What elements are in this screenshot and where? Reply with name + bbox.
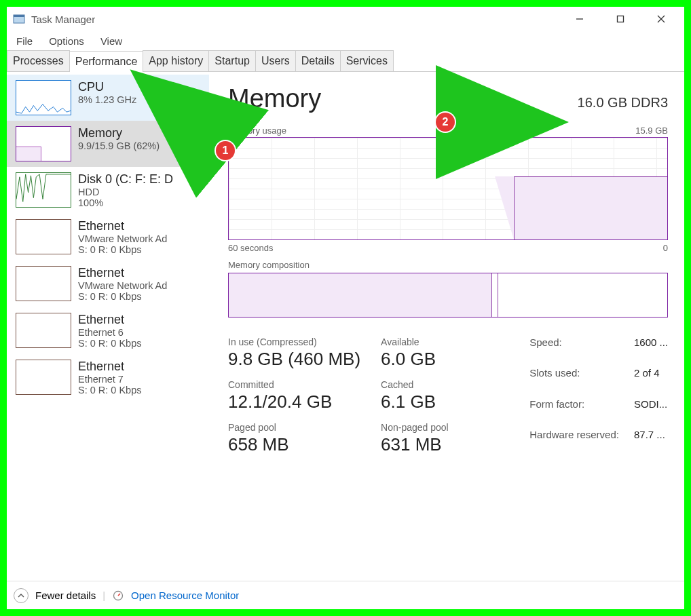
hwres-value: 87.7 ... bbox=[634, 429, 668, 455]
sidebar-item-detail2: S: 0 R: 0 Kbps bbox=[78, 244, 167, 255]
footer: Fewer details | Open Resource Monitor bbox=[7, 581, 684, 609]
sidebar-item-label: CPU bbox=[78, 80, 136, 94]
cached-label: Cached bbox=[381, 379, 449, 390]
svg-line-7 bbox=[118, 594, 120, 596]
cpu-thumbnail bbox=[16, 80, 71, 115]
memory-thumbnail bbox=[16, 126, 71, 161]
nonpaged-label: Non-paged pool bbox=[381, 422, 449, 433]
sidebar-item-label: Ethernet bbox=[78, 219, 167, 233]
composition-in-use bbox=[229, 273, 492, 317]
tab-users[interactable]: Users bbox=[255, 50, 296, 71]
sidebar-item-ethernet-3[interactable]: Ethernet Ethernet 6 S: 0 R: 0 Kbps bbox=[7, 307, 209, 354]
sidebar-item-label: Memory bbox=[78, 126, 160, 140]
in-use-value: 9.8 GB (460 MB) bbox=[228, 349, 360, 370]
tab-startup[interactable]: Startup bbox=[208, 50, 256, 71]
available-value: 6.0 GB bbox=[381, 349, 449, 370]
page-title: Memory bbox=[228, 84, 321, 113]
sidebar-item-disk[interactable]: Disk 0 (C: F: E: D HDD 100% bbox=[7, 167, 209, 214]
sidebar-item-label: Ethernet bbox=[78, 313, 142, 327]
nonpaged-value: 631 MB bbox=[381, 434, 449, 455]
tab-performance[interactable]: Performance bbox=[69, 51, 144, 72]
sidebar-item-cpu[interactable]: CPU 8% 1.23 GHz bbox=[7, 75, 209, 121]
sidebar-item-detail: Ethernet 6 bbox=[78, 327, 142, 338]
menu-options[interactable]: Options bbox=[45, 34, 88, 48]
speed-value: 1600 ... bbox=[634, 336, 668, 363]
app-icon bbox=[12, 12, 26, 26]
titlebar: Task Manager bbox=[7, 7, 684, 31]
svg-rect-3 bbox=[618, 16, 624, 22]
sidebar-item-detail2: S: 0 R: 0 Kbps bbox=[78, 385, 142, 396]
tab-processes[interactable]: Processes bbox=[7, 50, 70, 71]
sidebar-item-ethernet-4[interactable]: Ethernet Ethernet 7 S: 0 R: 0 Kbps bbox=[7, 354, 209, 401]
sidebar-item-detail: 9.9/15.9 GB (62%) bbox=[78, 140, 160, 151]
composition-modified bbox=[492, 273, 499, 317]
committed-label: Committed bbox=[228, 379, 360, 390]
slots-label: Slots used: bbox=[529, 367, 619, 393]
paged-label: Paged pool bbox=[228, 422, 360, 433]
resource-monitor-icon bbox=[112, 590, 124, 602]
usage-graph-max: 15.9 GB bbox=[635, 126, 668, 136]
ethernet-thumbnail bbox=[16, 313, 71, 348]
minimize-button[interactable] bbox=[559, 7, 600, 31]
paged-value: 658 MB bbox=[228, 434, 360, 455]
window-title: Task Manager bbox=[31, 14, 95, 25]
sidebar-item-ethernet-1[interactable]: Ethernet VMware Network Ad S: 0 R: 0 Kbp… bbox=[7, 214, 209, 261]
composition-label: Memory composition bbox=[228, 260, 310, 270]
sidebar-item-memory[interactable]: Memory 9.9/15.9 GB (62%) bbox=[7, 121, 209, 167]
fewer-details-link[interactable]: Fewer details bbox=[35, 590, 96, 601]
chevron-up-icon[interactable] bbox=[14, 588, 29, 603]
composition-available bbox=[498, 273, 667, 317]
separator: | bbox=[102, 590, 105, 601]
memory-composition-bar bbox=[228, 273, 668, 317]
tab-details[interactable]: Details bbox=[295, 50, 341, 71]
sidebar-item-detail: 8% 1.23 GHz bbox=[78, 94, 136, 105]
xaxis-left: 60 seconds bbox=[228, 243, 274, 253]
memory-capacity: 16.0 GB DDR3 bbox=[578, 95, 668, 111]
sidebar-item-detail: Ethernet 7 bbox=[78, 374, 142, 385]
memory-usage-graph bbox=[228, 137, 668, 240]
usage-graph-label: Memory usage bbox=[228, 126, 286, 136]
cached-value: 6.1 GB bbox=[381, 391, 449, 412]
form-value: SODI... bbox=[634, 398, 668, 425]
ethernet-thumbnail bbox=[16, 266, 71, 301]
tabs: Processes Performance App history Startu… bbox=[7, 50, 684, 72]
hwres-label: Hardware reserved: bbox=[529, 429, 619, 455]
sidebar-item-label: Ethernet bbox=[78, 266, 167, 280]
in-use-label: In use (Compressed) bbox=[228, 336, 360, 347]
menu-file[interactable]: File bbox=[12, 34, 37, 48]
sidebar-item-detail: VMware Network Ad bbox=[78, 233, 167, 244]
maximize-button[interactable] bbox=[600, 7, 641, 31]
disk-thumbnail bbox=[16, 172, 71, 208]
svg-rect-1 bbox=[14, 15, 24, 17]
task-manager-window: Task Manager File Options View Processes… bbox=[7, 7, 684, 609]
form-label: Form factor: bbox=[529, 398, 619, 425]
ethernet-thumbnail bbox=[16, 219, 71, 254]
tab-app-history[interactable]: App history bbox=[143, 50, 209, 71]
sidebar-item-detail2: 100% bbox=[78, 197, 173, 208]
ethernet-thumbnail bbox=[16, 360, 71, 395]
sidebar-item-detail2: S: 0 R: 0 Kbps bbox=[78, 291, 167, 302]
tab-services[interactable]: Services bbox=[340, 50, 394, 71]
speed-label: Speed: bbox=[529, 336, 619, 363]
sidebar-item-detail: VMware Network Ad bbox=[78, 280, 167, 291]
sidebar-item-ethernet-2[interactable]: Ethernet VMware Network Ad S: 0 R: 0 Kbp… bbox=[7, 261, 209, 307]
sidebar-item-label: Disk 0 (C: F: E: D bbox=[78, 172, 173, 187]
xaxis-right: 0 bbox=[663, 243, 668, 253]
window-buttons bbox=[559, 7, 681, 31]
slots-value: 2 of 4 bbox=[634, 367, 668, 393]
menubar: File Options View bbox=[7, 31, 684, 50]
main-panel: Memory 16.0 GB DDR3 Memory usage 15.9 GB… bbox=[209, 72, 684, 581]
sidebar-item-label: Ethernet bbox=[78, 360, 142, 374]
committed-value: 12.1/20.4 GB bbox=[228, 391, 360, 412]
menu-view[interactable]: View bbox=[96, 34, 126, 48]
hardware-stats: Speed: 1600 ... Slots used: 2 of 4 Form … bbox=[529, 336, 668, 455]
sidebar-item-detail: HDD bbox=[78, 187, 173, 197]
sidebar-item-detail2: S: 0 R: 0 Kbps bbox=[78, 338, 142, 349]
close-button[interactable] bbox=[641, 7, 681, 31]
available-label: Available bbox=[381, 336, 449, 347]
open-resource-monitor-link[interactable]: Open Resource Monitor bbox=[131, 590, 239, 601]
content: CPU 8% 1.23 GHz Memory 9.9/15.9 GB (62%)… bbox=[7, 72, 684, 581]
sidebar[interactable]: CPU 8% 1.23 GHz Memory 9.9/15.9 GB (62%)… bbox=[7, 72, 209, 581]
